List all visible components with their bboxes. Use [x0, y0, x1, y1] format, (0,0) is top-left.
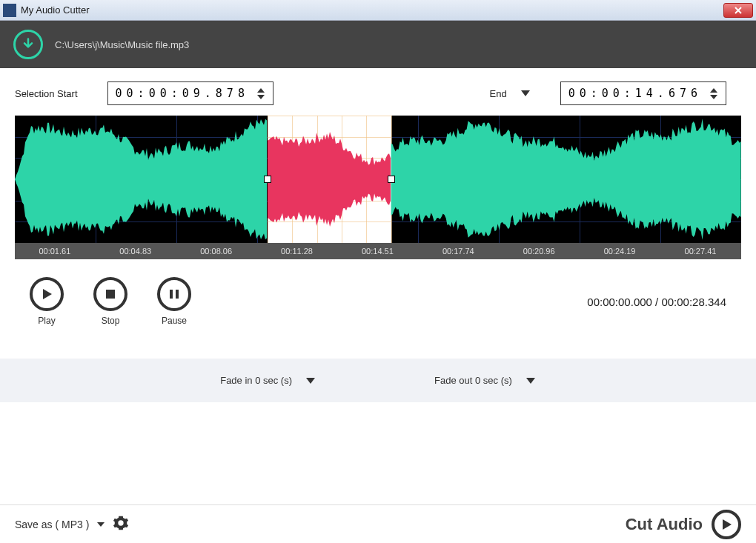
ruler-tick: 00:11.28	[281, 247, 313, 256]
ruler-tick: 00:20.96	[523, 247, 555, 256]
time-ruler: 00:01.6100:04.8300:08.0600:11.2800:14.51…	[15, 243, 741, 259]
waveform[interactable]	[15, 116, 741, 243]
selection-handle[interactable]	[388, 176, 395, 183]
app-icon	[3, 4, 16, 17]
cut-audio-button[interactable]: Cut Audio	[626, 510, 741, 539]
selection-start-label: Selection Start	[15, 88, 78, 99]
pause-icon	[168, 288, 180, 300]
ruler-tick: 00:08.06	[200, 247, 232, 256]
stepper-up-icon	[709, 87, 718, 93]
svg-rect-2	[176, 290, 179, 299]
timing-row: Selection Start 00:00:09.878 End 00:00:1…	[0, 68, 756, 116]
close-icon	[734, 6, 743, 15]
file-bar: C:\Users\j\Music\Music file.mp3	[0, 21, 756, 68]
ruler-tick: 00:04.83	[119, 247, 151, 256]
bottom-bar: Save as ( MP3 ) Cut Audio	[0, 504, 756, 543]
ruler-tick: 00:17.74	[442, 247, 474, 256]
settings-button[interactable]	[113, 515, 129, 534]
ruler-tick: 00:27.41	[685, 247, 717, 256]
selection-end-value: 00:00:14.676	[568, 87, 702, 100]
play-button[interactable]: Play	[30, 277, 64, 326]
selection-start-stepper[interactable]	[256, 87, 265, 100]
save-format-label: Save as ( MP3 )	[15, 519, 89, 530]
playback-controls: Play Stop Pause 00:00:00.000 / 00:00:28.…	[0, 259, 756, 341]
fade-out-label: Fade out 0 sec (s)	[434, 375, 512, 386]
selection-start-input[interactable]: 00:00:09.878	[107, 81, 273, 105]
selection-start-value: 00:00:09.878	[116, 87, 249, 100]
gear-icon	[113, 515, 129, 531]
stop-icon	[105, 288, 116, 300]
save-format-dropdown[interactable]: Save as ( MP3 )	[15, 519, 105, 530]
fade-bar: Fade in 0 sec (s) Fade out 0 sec (s)	[0, 359, 756, 402]
stepper-up-icon	[256, 87, 265, 93]
svg-rect-1	[170, 290, 173, 299]
fade-in-dropdown[interactable]: Fade in 0 sec (s)	[220, 375, 316, 386]
play-icon	[40, 287, 53, 301]
file-path: C:\Users\j\Music\Music file.mp3	[55, 39, 189, 50]
end-dropdown[interactable]	[520, 87, 531, 100]
window-title: My Audio Cutter	[21, 4, 723, 16]
play-label: Play	[38, 316, 55, 326]
ruler-tick: 00:14.51	[362, 247, 394, 256]
pause-label: Pause	[162, 316, 187, 326]
fade-in-label: Fade in 0 sec (s)	[220, 375, 292, 386]
cut-audio-label: Cut Audio	[626, 515, 703, 534]
selection-end-stepper[interactable]	[709, 87, 718, 100]
stepper-down-icon	[709, 94, 718, 100]
fade-out-dropdown[interactable]: Fade out 0 sec (s)	[434, 375, 536, 386]
triangle-down-icon	[520, 90, 531, 97]
pause-button[interactable]: Pause	[157, 277, 191, 326]
selection-end-label: End	[489, 88, 506, 99]
ruler-tick: 00:01.61	[39, 247, 70, 256]
triangle-down-icon	[305, 377, 316, 384]
selection-handle[interactable]	[264, 176, 271, 183]
stop-button[interactable]: Stop	[93, 277, 127, 326]
stepper-down-icon	[256, 94, 265, 100]
selection-end-input[interactable]: 00:00:14.676	[560, 81, 726, 105]
window-close-button[interactable]	[723, 3, 753, 18]
load-file-button[interactable]	[13, 30, 43, 59]
ruler-tick: 00:24.19	[604, 247, 636, 256]
waveform-container: 00:01.6100:04.8300:08.0600:11.2800:14.51…	[15, 116, 741, 259]
triangle-down-icon	[96, 522, 105, 527]
download-arrow-icon	[21, 37, 36, 52]
titlebar: My Audio Cutter	[0, 0, 756, 21]
svg-rect-0	[106, 290, 115, 299]
playback-position: 00:00:00.000 / 00:00:28.344	[587, 296, 726, 308]
stop-label: Stop	[102, 316, 120, 326]
arrow-right-icon	[720, 518, 733, 531]
triangle-down-icon	[525, 377, 536, 384]
